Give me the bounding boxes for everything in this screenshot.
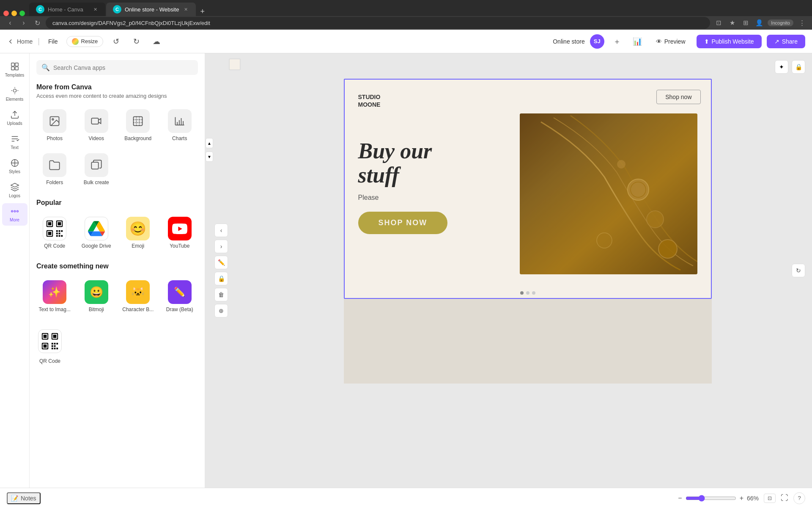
draw-beta-icon: ✏️ bbox=[168, 280, 192, 304]
zoom-in-button[interactable]: + bbox=[740, 494, 743, 502]
youtube-logo-svg bbox=[172, 224, 187, 234]
incognito-badge[interactable]: Incognito bbox=[768, 19, 793, 26]
share-button[interactable]: ↗ Share bbox=[767, 35, 805, 48]
sidebar-item-logos[interactable]: Logos bbox=[2, 179, 27, 202]
page-dot-indicator bbox=[345, 288, 711, 298]
photos-icon bbox=[43, 109, 66, 133]
tab-home-close[interactable]: ✕ bbox=[92, 6, 99, 13]
zoom-out-button[interactable]: − bbox=[678, 494, 682, 502]
app-text-to-image[interactable]: ✨ Text to Imag... bbox=[36, 277, 73, 316]
search-input[interactable] bbox=[53, 64, 193, 71]
notes-button[interactable]: 📝 Notes bbox=[7, 492, 41, 504]
sidebar-item-styles[interactable]: Styles bbox=[2, 155, 27, 177]
svg-rect-47 bbox=[56, 348, 58, 349]
shop-now-cta-button[interactable]: SHOP NOW bbox=[358, 212, 448, 234]
show-panel-button[interactable]: › bbox=[214, 240, 228, 253]
page-dot-3[interactable] bbox=[532, 291, 535, 295]
home-link[interactable]: Home bbox=[7, 38, 33, 45]
app-emoji[interactable]: 😊 Emoji bbox=[120, 213, 156, 252]
add-collaborator-button[interactable]: ＋ bbox=[609, 34, 625, 49]
create-new-section: Create something new ✨ Text to Imag... 😀… bbox=[36, 262, 198, 316]
resize-button[interactable]: Resize bbox=[66, 36, 104, 47]
app-google-drive[interactable]: Google Drive bbox=[78, 213, 115, 252]
sidebar-item-templates[interactable]: Templates bbox=[2, 58, 27, 81]
refresh-canvas-button[interactable]: ↻ bbox=[792, 264, 805, 277]
sidebar-item-more[interactable]: More bbox=[2, 203, 27, 226]
lock-button[interactable]: 🔒 bbox=[214, 272, 228, 285]
app-draw-beta[interactable]: ✏️ Draw (Beta) bbox=[162, 277, 198, 316]
page-dot-2[interactable] bbox=[526, 291, 529, 295]
app-bulk-create[interactable]: Bulk create bbox=[78, 150, 115, 189]
jewelry-image-container bbox=[520, 113, 697, 274]
svg-point-7 bbox=[14, 210, 16, 212]
extensions-icon[interactable]: ⊞ bbox=[741, 18, 751, 28]
color-swatch[interactable] bbox=[229, 58, 241, 70]
preview-button[interactable]: 👁 Preview bbox=[650, 36, 691, 47]
more-icon bbox=[10, 207, 19, 216]
app-youtube[interactable]: YouTube bbox=[162, 213, 198, 252]
forward-button[interactable]: › bbox=[19, 18, 29, 28]
magic-wand-button[interactable]: ✦ bbox=[775, 60, 788, 74]
app-bitmoji[interactable]: 😀 Bitmoji bbox=[78, 277, 115, 316]
fullscreen-button[interactable]: ⛶ bbox=[781, 494, 788, 502]
help-button[interactable]: ? bbox=[793, 492, 805, 504]
browser-tab-home[interactable]: C Home - Canva ✕ bbox=[29, 3, 105, 16]
close-traffic-light[interactable] bbox=[3, 11, 9, 16]
tab-store-close[interactable]: ✕ bbox=[182, 6, 189, 13]
youtube-label: YouTube bbox=[170, 243, 189, 249]
delete-button[interactable]: 🗑 bbox=[214, 288, 228, 301]
shop-now-header-button[interactable]: Shop now bbox=[656, 90, 700, 104]
browser-tab-store[interactable]: C Online store - Website ✕ bbox=[106, 3, 196, 16]
collapse-up-button[interactable]: ▲ bbox=[206, 138, 213, 148]
cast-icon[interactable]: ⊡ bbox=[713, 18, 724, 28]
hide-panel-button[interactable]: ‹ bbox=[214, 224, 228, 237]
svg-point-8 bbox=[16, 210, 18, 212]
sidebar-item-elements[interactable]: Elements bbox=[2, 83, 27, 105]
create-new-grid: ✨ Text to Imag... 😀 Bitmoji 🐱 Character … bbox=[36, 277, 198, 316]
file-menu-button[interactable]: File bbox=[45, 36, 61, 47]
svg-rect-27 bbox=[59, 233, 60, 235]
app-folders[interactable]: Folders bbox=[36, 150, 73, 189]
zoom-slider[interactable] bbox=[686, 495, 736, 502]
jewelry-image bbox=[520, 113, 697, 274]
app-qr-code[interactable]: QR Code bbox=[36, 213, 73, 252]
address-bar[interactable] bbox=[46, 17, 710, 29]
reload-button[interactable]: ↻ bbox=[32, 18, 42, 28]
maximize-traffic-light[interactable] bbox=[19, 11, 25, 16]
app-photos[interactable]: Photos bbox=[36, 106, 73, 145]
app-qr-code-2[interactable]: QR Code bbox=[36, 326, 63, 367]
new-tab-button[interactable]: + bbox=[197, 7, 208, 16]
svg-rect-41 bbox=[54, 343, 56, 345]
fit-page-button[interactable]: ⊡ bbox=[764, 494, 776, 503]
app-charts[interactable]: Charts bbox=[162, 106, 198, 145]
sidebar-item-text[interactable]: Text bbox=[2, 131, 27, 153]
app-videos[interactable]: Videos bbox=[78, 106, 115, 145]
sidebar-item-uploads[interactable]: Uploads bbox=[2, 107, 27, 129]
lock-canvas-button[interactable]: 🔒 bbox=[792, 60, 805, 74]
bulk-create-label: Bulk create bbox=[84, 179, 109, 185]
menu-icon[interactable]: ⋮ bbox=[797, 18, 807, 28]
design-frame[interactable]: Shop now STUDIO MOONE Buy our bbox=[344, 79, 712, 299]
add-section-button[interactable]: ⊕ bbox=[214, 304, 228, 318]
undo-button[interactable]: ↺ bbox=[108, 34, 123, 49]
minimize-traffic-light[interactable] bbox=[11, 11, 17, 16]
collapse-down-button[interactable]: ▼ bbox=[206, 152, 213, 162]
svg-rect-36 bbox=[53, 335, 57, 338]
page-dot-1[interactable] bbox=[520, 291, 524, 295]
save-button[interactable]: ☁ bbox=[149, 34, 164, 49]
edit-tool-button[interactable]: ✏️ bbox=[214, 256, 228, 269]
bookmark-icon[interactable]: ★ bbox=[727, 18, 737, 28]
redo-button[interactable]: ↻ bbox=[129, 34, 144, 49]
app-character-builder[interactable]: 🐱 Character B... bbox=[120, 277, 156, 316]
popular-title: Popular bbox=[36, 199, 198, 207]
canvas-content: Shop now STUDIO MOONE Buy our bbox=[226, 53, 812, 488]
project-name: Online store bbox=[553, 38, 584, 45]
app-background[interactable]: Background bbox=[120, 106, 156, 145]
zoom-controls: − + 66% bbox=[678, 494, 759, 502]
profile-icon[interactable]: 👤 bbox=[754, 18, 764, 28]
bottom-apps-section: QR Code bbox=[36, 326, 198, 367]
publish-website-button[interactable]: ⬆ Publish Website bbox=[697, 35, 762, 48]
user-avatar[interactable]: SJ bbox=[590, 34, 604, 49]
back-button[interactable]: ‹ bbox=[5, 18, 15, 28]
analytics-button[interactable]: 📊 bbox=[630, 34, 645, 49]
